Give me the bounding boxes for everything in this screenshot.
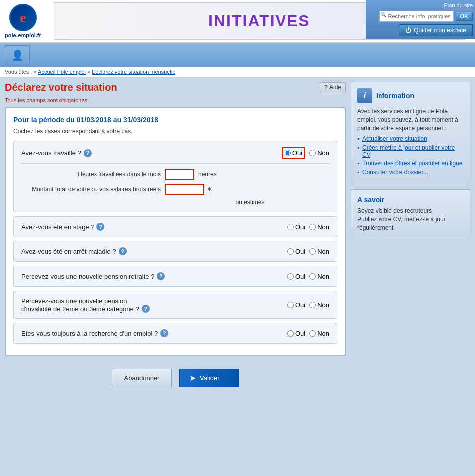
title-row: Déclarez votre situation ? Aide: [5, 82, 346, 97]
question-row-travaille: Avez-vous travaillé ? ? Oui Non: [21, 147, 329, 159]
question-group-maladie: Avez-vous été en arrêt maladie ? ? Oui N…: [13, 241, 337, 262]
ou-estime: ou estimés: [21, 199, 329, 206]
radio-non-stage-input[interactable]: [309, 224, 316, 230]
help-badge-stage[interactable]: ?: [96, 223, 104, 231]
question-label-maladie: Avez-vous été en arrêt maladie ? ?: [21, 247, 127, 255]
info-link-1[interactable]: Actualiser votre situation: [357, 135, 464, 142]
heures-unit: heures: [198, 171, 217, 178]
sub-field-label-heures: Heures travaillées dans le mois: [21, 171, 161, 178]
arrow-right-icon: ➤: [190, 373, 196, 383]
info-link-4[interactable]: Consulter votre dossier...: [357, 169, 464, 176]
radio-oui-invalidite-input[interactable]: [287, 302, 294, 308]
question-row-emploi: Etes-vous toujours à la recherche d'un e…: [21, 329, 329, 337]
mandatory-note: Tous les champs sont obligatoires.: [5, 97, 346, 103]
radio-oui-stage[interactable]: Oui: [287, 223, 305, 231]
radio-non-emploi-input[interactable]: [309, 330, 316, 337]
bottom-buttons: Abandonner ➤ Valider: [5, 364, 346, 392]
radio-non-invalidite-input[interactable]: [309, 302, 316, 308]
left-content: Déclarez votre situation ? Aide Tous les…: [5, 82, 346, 420]
question-label-invalidite: Percevez-vous une nouvelle pension d'inv…: [21, 297, 150, 313]
radio-oui-travaille[interactable]: Oui: [282, 147, 305, 159]
form-card: Pour la période du 01/03/2018 au 31/03/2…: [5, 107, 346, 356]
logo-text: pole-emploi.fr: [5, 32, 41, 38]
question-row-stage: Avez-vous été en stage ? ? Oui Non: [21, 223, 329, 231]
info-icon: i: [357, 88, 372, 103]
help-badge-invalidite[interactable]: ?: [142, 305, 150, 313]
question-group-stage: Avez-vous été en stage ? ? Oui Non: [13, 216, 337, 237]
abandonner-button[interactable]: Abandonner: [112, 369, 172, 387]
heures-input[interactable]: [165, 169, 194, 180]
help-badge-travaille[interactable]: ?: [84, 149, 92, 157]
quitter-button[interactable]: ⏻ Quitter mon espace: [399, 24, 473, 36]
breadcrumb: Vous êtes : » Accueil Pôle emploi » Décl…: [0, 67, 475, 77]
page-title: Déclarez votre situation: [5, 82, 346, 93]
radio-oui-emploi[interactable]: Oui: [287, 330, 305, 337]
radio-oui-maladie-input[interactable]: [287, 248, 294, 255]
radio-oui-invalidite[interactable]: Oui: [287, 301, 305, 309]
question-icon: ?: [324, 84, 328, 91]
question-group-invalidite: Percevez-vous une nouvelle pension d'inv…: [13, 291, 337, 319]
search-row: OK: [379, 11, 473, 22]
power-icon: ⏻: [405, 27, 411, 34]
radio-oui-emploi-input[interactable]: [287, 330, 294, 337]
question-row-maladie: Avez-vous été en arrêt maladie ? ? Oui N…: [21, 247, 329, 255]
header: e pole-emploi.fr INITIATIVES 📣 Plan du s…: [0, 0, 475, 43]
savoir-text: Soyez visible des recruteurs Publiez vot…: [357, 207, 464, 232]
valider-button[interactable]: ➤ Valider: [179, 369, 239, 387]
info-box: i Information Avec les services en ligne…: [351, 82, 470, 184]
user-icon-area[interactable]: 👤: [5, 45, 30, 65]
info-box-title: i Information: [357, 88, 464, 103]
radio-non-stage[interactable]: Non: [309, 223, 329, 231]
breadcrumb-link2[interactable]: Déclarez votre situation mensuelle: [92, 69, 175, 75]
radio-group-maladie: Oui Non: [287, 248, 329, 255]
radio-non-invalidite[interactable]: Non: [309, 301, 329, 309]
radio-oui-travaille-input[interactable]: [285, 150, 291, 156]
question-label-emploi: Etes-vous toujours à la recherche d'un e…: [21, 329, 168, 337]
radio-group-invalidite: Oui Non: [287, 301, 329, 309]
radio-oui-stage-input[interactable]: [287, 224, 294, 230]
radio-group-retraite: Oui Non: [287, 273, 329, 280]
info-links-list: Actualiser votre situation Créer, mettre…: [357, 135, 464, 176]
radio-non-retraite[interactable]: Non: [309, 273, 329, 280]
search-ok-button[interactable]: OK: [456, 12, 473, 21]
main-layout: Déclarez votre situation ? Aide Tous les…: [0, 77, 475, 425]
radio-non-travaille[interactable]: Non: [309, 149, 329, 157]
help-badge-maladie[interactable]: ?: [119, 247, 127, 255]
plan-site-link[interactable]: Plan du site: [444, 2, 473, 8]
info-link-3[interactable]: Trouver des offres et postuler en ligne: [357, 160, 464, 167]
sub-field-salaire: Montant total de votre ou vos salaires b…: [21, 184, 329, 195]
sub-fields-travaille: Heures travaillées dans le mois heures M…: [21, 163, 329, 206]
question-label-travaille: Avez-vous travaillé ? ?: [21, 149, 92, 157]
radio-oui-retraite-input[interactable]: [287, 273, 294, 280]
search-wrapper: [379, 11, 454, 22]
period-title: Pour la période du 01/03/2018 au 31/03/2…: [13, 116, 337, 124]
question-group-travaille: Avez-vous travaillé ? ? Oui Non: [13, 141, 337, 212]
help-badge-retraite[interactable]: ?: [157, 272, 165, 280]
radio-oui-maladie[interactable]: Oui: [287, 248, 305, 255]
search-input[interactable]: [379, 11, 454, 22]
banner-title: INITIATIVES: [208, 12, 310, 30]
top-right-panel: Plan du site OK ⏻ Quitter mon espace: [366, 0, 475, 39]
radio-non-emploi[interactable]: Non: [309, 330, 329, 337]
radio-non-retraite-input[interactable]: [309, 273, 316, 280]
cochez-label: Cochez les cases correspondant à votre c…: [13, 128, 337, 135]
help-badge-emploi[interactable]: ?: [160, 329, 168, 337]
radio-group-stage: Oui Non: [287, 223, 329, 231]
salaire-input[interactable]: [165, 184, 204, 195]
radio-non-maladie-input[interactable]: [309, 248, 316, 255]
radio-group-emploi: Oui Non: [287, 330, 329, 337]
euro-unit: €: [208, 186, 212, 193]
radio-non-maladie[interactable]: Non: [309, 248, 329, 255]
logo-icon: e: [9, 4, 37, 31]
user-icon: 👤: [11, 49, 24, 61]
question-label-stage: Avez-vous été en stage ? ?: [21, 223, 104, 231]
savoir-box: A savoir Soyez visible des recruteurs Pu…: [351, 189, 470, 238]
radio-oui-retraite[interactable]: Oui: [287, 273, 305, 280]
breadcrumb-prefix: Vous êtes : »: [5, 69, 37, 75]
question-group-retraite: Percevez-vous une nouvelle pension retra…: [13, 266, 337, 287]
breadcrumb-link1[interactable]: Accueil Pôle emploi: [38, 69, 86, 75]
logo-area: e pole-emploi.fr: [5, 4, 41, 38]
aide-button[interactable]: ? Aide: [320, 82, 346, 92]
radio-non-travaille-input[interactable]: [309, 150, 316, 156]
info-link-2[interactable]: Créer, mettre à jour et publier votre CV: [357, 144, 464, 158]
